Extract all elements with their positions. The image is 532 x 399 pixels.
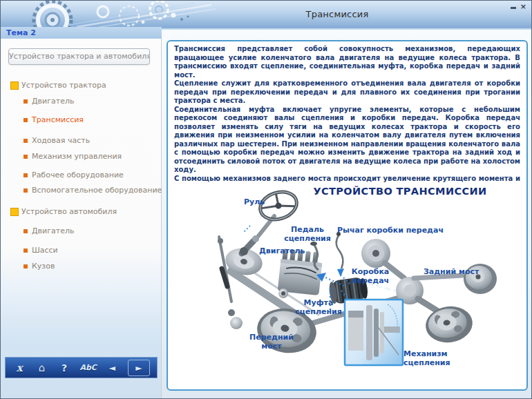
window-title: Трансмиссия bbox=[164, 9, 510, 19]
sidebar-item-work-equipment[interactable]: Рабочее оборудование bbox=[1, 170, 160, 181]
item-label: Кузов bbox=[32, 262, 55, 271]
item-bullet-icon bbox=[23, 173, 28, 177]
label-clutch-coupling: Муфта сцепления bbox=[291, 298, 346, 316]
label-gear-lever: Рычаг коробки передач bbox=[337, 226, 444, 235]
engine-block bbox=[278, 249, 323, 295]
topic-label: Тема 2 bbox=[1, 27, 162, 39]
item-bullet-icon bbox=[23, 118, 28, 122]
item-bullet-icon bbox=[23, 229, 28, 233]
bottom-toolbar: x ⌂ ? AbC ◄ ► bbox=[5, 357, 158, 378]
item-bullet-icon bbox=[23, 188, 28, 193]
sidebar-item-steering[interactable]: Механизм управления bbox=[1, 151, 160, 162]
section-bullet-icon bbox=[10, 208, 19, 216]
sidebar-section-automobile[interactable]: Устройство автомобиля bbox=[1, 206, 160, 217]
sidebar-item-auto-engine[interactable]: Двигатель bbox=[1, 226, 160, 237]
course-title-button[interactable]: Устройство трактора и автомобиля bbox=[8, 48, 150, 65]
lesson-content-panel: Трансмиссия представляет собой совокупно… bbox=[167, 40, 528, 391]
item-label: Рабочее оборудование bbox=[32, 171, 124, 179]
item-bullet-icon bbox=[23, 139, 28, 143]
item-bullet-icon bbox=[23, 249, 28, 253]
forward-button[interactable]: ► bbox=[128, 360, 150, 376]
item-bullet-icon bbox=[23, 264, 28, 269]
item-label: Вспомогательное оборудование bbox=[32, 186, 162, 195]
sidebar: Устройство трактора и автомобиля Устройс… bbox=[1, 39, 162, 398]
home-button[interactable]: ⌂ bbox=[35, 360, 49, 376]
glossary-button[interactable]: AbC bbox=[79, 360, 96, 376]
help-button[interactable]: ? bbox=[57, 360, 71, 376]
label-gearbox: Коробка передач bbox=[343, 267, 398, 285]
sidebar-item-aux-equipment[interactable]: Вспомогательное оборудование bbox=[1, 185, 160, 196]
minimize-icon[interactable] bbox=[511, 7, 516, 9]
close-icon[interactable]: × bbox=[520, 3, 526, 10]
label-steering: Руль bbox=[244, 197, 265, 206]
item-label: Двигатель bbox=[32, 226, 74, 235]
sidebar-section-tractor[interactable]: Устройство трактора bbox=[1, 80, 160, 91]
section-label: Устройство трактора bbox=[21, 81, 106, 90]
item-label: Двигатель bbox=[32, 97, 74, 106]
application-window: Трансмиссия × Тема 2 Устройство трактора… bbox=[0, 0, 532, 399]
sidebar-item-transmission[interactable]: Трансмиссия bbox=[1, 115, 160, 126]
transmission-diagram: УСТРОЙСТВО ТРАНСМИССИИ bbox=[168, 41, 526, 389]
window-controls: × bbox=[511, 3, 526, 10]
sidebar-item-auto-chassis[interactable]: Шасси bbox=[1, 245, 160, 256]
title-bar: Трансмиссия × bbox=[1, 1, 531, 30]
item-label: Механизм управления bbox=[32, 152, 122, 161]
label-rear-axle: Задний мост bbox=[424, 267, 479, 276]
item-bullet-icon bbox=[23, 99, 28, 104]
item-bullet-icon bbox=[23, 155, 28, 159]
sidebar-item-engine[interactable]: Двигатель bbox=[1, 96, 160, 107]
main-area: Трансмиссия представляет собой совокупно… bbox=[162, 30, 531, 398]
item-label: Ходовая часть bbox=[32, 136, 90, 145]
label-clutch-pedal: Педаль сцепления bbox=[273, 225, 342, 243]
back-button[interactable]: ◄ bbox=[105, 360, 119, 376]
clutch-mechanism-inset bbox=[345, 300, 403, 365]
label-clutch-mechanism: Механизм сцепления bbox=[403, 349, 450, 367]
section-label: Устройство автомобиля bbox=[21, 207, 117, 216]
sidebar-item-auto-body[interactable]: Кузов bbox=[1, 261, 160, 272]
item-label-selected: Трансмиссия bbox=[32, 115, 84, 124]
exit-button[interactable]: x bbox=[12, 360, 26, 376]
label-front-axle: Передний мост bbox=[244, 333, 299, 351]
section-bullet-icon bbox=[10, 81, 19, 90]
label-engine: Двигатель bbox=[259, 246, 305, 255]
item-label: Шасси bbox=[32, 246, 58, 255]
sidebar-item-chassis-part[interactable]: Ходовая часть bbox=[1, 135, 160, 146]
